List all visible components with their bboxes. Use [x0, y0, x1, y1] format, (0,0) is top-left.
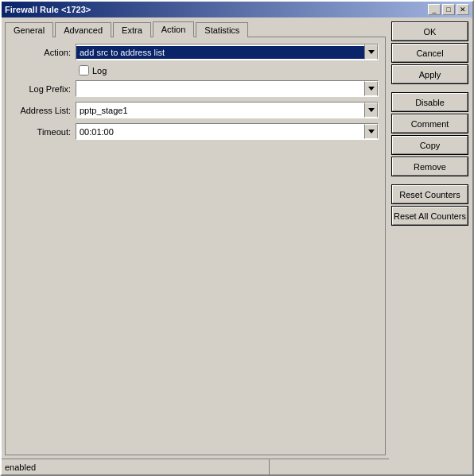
log-prefix-value — [76, 87, 364, 91]
title-bar: Firewall Rule <1723> _ □ ✕ — [2, 2, 472, 17]
tab-advanced[interactable]: Advanced — [55, 22, 111, 37]
action-value: add src to address list — [76, 46, 364, 59]
action-label: Action: — [12, 48, 76, 57]
status-right — [270, 459, 389, 474]
timeout-row: Timeout: 00:01:00 — [12, 123, 379, 140]
tab-extra[interactable]: Extra — [113, 22, 151, 37]
log-prefix-dropdown-arrow-icon — [368, 87, 375, 91]
timeout-value: 00:01:00 — [76, 126, 364, 138]
log-label: Log — [92, 66, 107, 75]
status-left-text: enabled — [5, 462, 36, 472]
tab-general[interactable]: General — [5, 22, 53, 37]
content-area: General Advanced Extra Action Statistics… — [2, 17, 472, 474]
maximize-button[interactable]: □ — [442, 4, 455, 15]
action-dropdown-button[interactable] — [364, 45, 378, 60]
timeout-dropdown[interactable]: 00:01:00 — [76, 123, 379, 140]
main-window: Firewall Rule <1723> _ □ ✕ General Advan… — [0, 0, 474, 476]
reset-counters-button[interactable]: Reset Counters — [392, 185, 468, 203]
tab-action[interactable]: Action — [153, 21, 195, 37]
address-list-input-container: pptp_stage1 — [76, 102, 379, 118]
log-prefix-label: Log Prefix: — [12, 84, 76, 94]
tab-content: Action: add src to address list Log — [5, 37, 386, 455]
timeout-dropdown-arrow-icon — [368, 130, 375, 134]
disable-button[interactable]: Disable — [392, 93, 468, 111]
status-left: enabled — [2, 459, 270, 474]
log-prefix-input-container — [76, 80, 379, 97]
comment-button[interactable]: Comment — [392, 114, 468, 133]
copy-button[interactable]: Copy — [392, 136, 468, 154]
address-list-value: pptp_stage1 — [76, 104, 364, 117]
apply-button[interactable]: Apply — [392, 65, 468, 83]
log-checkbox[interactable] — [79, 65, 89, 75]
log-prefix-dropdown[interactable] — [76, 80, 379, 97]
address-list-dropdown[interactable]: pptp_stage1 — [76, 102, 379, 118]
timeout-label: Timeout: — [12, 127, 76, 137]
main-panel: General Advanced Extra Action Statistics… — [2, 17, 389, 474]
close-button[interactable]: ✕ — [457, 4, 469, 15]
address-list-dropdown-arrow-icon — [368, 108, 375, 112]
minimize-button[interactable]: _ — [428, 4, 441, 15]
tab-statistics[interactable]: Statistics — [196, 22, 248, 37]
ok-button[interactable]: OK — [392, 22, 468, 41]
timeout-input-container: 00:01:00 — [76, 123, 379, 140]
address-list-row: Address List: pptp_stage1 — [12, 102, 379, 118]
action-dropdown-arrow-icon — [368, 50, 375, 54]
remove-button[interactable]: Remove — [392, 157, 468, 176]
timeout-dropdown-button[interactable] — [364, 124, 378, 139]
log-prefix-dropdown-button[interactable] — [364, 81, 378, 96]
log-prefix-row: Log Prefix: — [12, 80, 379, 97]
log-row: Log — [12, 65, 379, 75]
action-dropdown[interactable]: add src to address list — [76, 44, 379, 60]
address-list-dropdown-button[interactable] — [364, 103, 378, 118]
status-bar: enabled — [2, 459, 389, 474]
address-list-label: Address List: — [12, 106, 76, 115]
sidebar-buttons: OK Cancel Apply Disable Comment Copy Rem… — [389, 17, 472, 474]
action-input-container: add src to address list — [76, 44, 379, 60]
tabs-bar: General Advanced Extra Action Statistics — [2, 17, 389, 37]
action-row: Action: add src to address list — [12, 44, 379, 60]
cancel-button[interactable]: Cancel — [392, 44, 468, 62]
reset-all-counters-button[interactable]: Reset All Counters — [392, 207, 468, 225]
window-controls: _ □ ✕ — [428, 4, 469, 15]
window-title: Firewall Rule <1723> — [5, 5, 91, 14]
